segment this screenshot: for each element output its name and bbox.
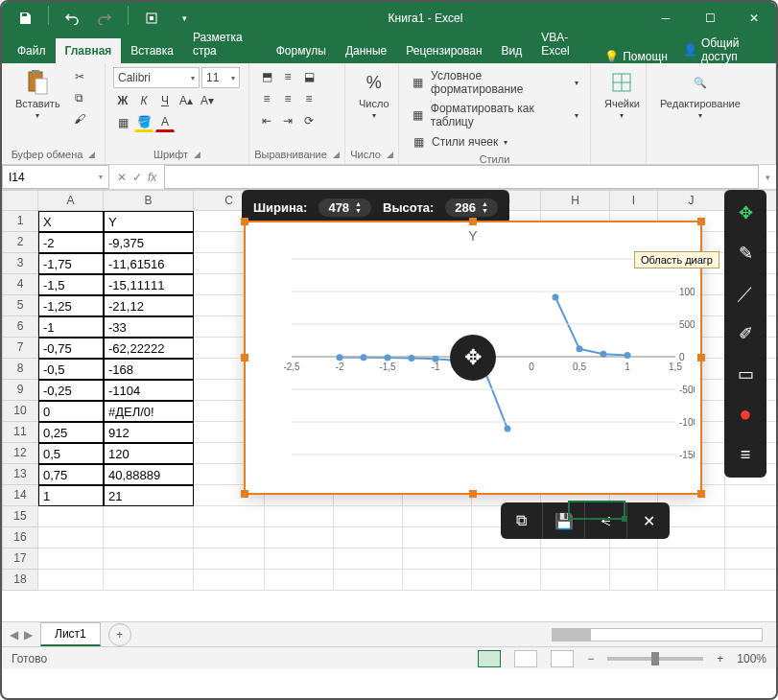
cell[interactable]: -2: [38, 232, 104, 253]
cell[interactable]: [265, 506, 334, 527]
cell[interactable]: -0,25: [38, 380, 104, 401]
zoom-slider[interactable]: [607, 657, 703, 661]
cell[interactable]: [334, 506, 403, 527]
cell[interactable]: 0: [38, 401, 104, 422]
cell[interactable]: 0,25: [38, 422, 104, 443]
orientation-icon[interactable]: ⟳: [299, 111, 318, 130]
cell[interactable]: [403, 506, 472, 527]
cell[interactable]: [265, 548, 334, 570]
dialog-launcher-icon[interactable]: ◢: [88, 150, 95, 159]
column-header[interactable]: A: [38, 190, 104, 211]
row-header[interactable]: 18: [2, 570, 38, 591]
cell[interactable]: [265, 527, 334, 548]
cell[interactable]: -1104: [104, 380, 194, 401]
row-header[interactable]: 11: [2, 422, 38, 443]
underline-button[interactable]: Ч: [155, 91, 175, 110]
cell[interactable]: [104, 548, 194, 570]
cell[interactable]: [658, 570, 725, 591]
tab-formulas[interactable]: Формулы: [267, 38, 336, 63]
cell[interactable]: [472, 570, 541, 591]
dialog-launcher-icon[interactable]: ◢: [387, 150, 393, 159]
column-header[interactable]: H: [541, 190, 610, 211]
cell[interactable]: [194, 548, 265, 570]
tab-home[interactable]: Главная: [56, 38, 122, 63]
cell[interactable]: 21: [104, 485, 194, 506]
width-value-pill[interactable]: 478▲▼: [318, 198, 371, 217]
cells-button[interactable]: Ячейки▾: [599, 67, 646, 122]
tab-review[interactable]: Рецензирован: [396, 38, 491, 63]
row-header[interactable]: 4: [2, 274, 38, 295]
cell[interactable]: 1: [38, 485, 104, 506]
column-header[interactable]: I: [610, 190, 658, 211]
cell[interactable]: 0,75: [38, 464, 104, 485]
cell[interactable]: [265, 570, 334, 591]
cell[interactable]: X: [38, 211, 104, 232]
tab-insert[interactable]: Вставка: [121, 38, 183, 63]
cell[interactable]: [725, 570, 778, 591]
maximize-button[interactable]: ☐: [688, 2, 732, 35]
cell[interactable]: -33: [104, 316, 194, 338]
close-button[interactable]: ✕: [732, 2, 776, 35]
touch-mode-icon[interactable]: [138, 6, 165, 31]
paste-button[interactable]: Вставить ▾: [10, 67, 66, 122]
marker-tool-icon[interactable]: ✐: [728, 316, 763, 351]
move-handle-icon[interactable]: ✥: [450, 335, 496, 381]
cell[interactable]: [725, 527, 778, 548]
cell[interactable]: [194, 527, 265, 548]
cell[interactable]: [658, 548, 725, 570]
fx-icon[interactable]: fx: [148, 171, 156, 184]
cell[interactable]: -1,25: [38, 295, 104, 316]
close-icon[interactable]: ✕: [627, 502, 670, 539]
cell[interactable]: -1: [38, 316, 104, 338]
cell[interactable]: 912: [104, 422, 194, 443]
number-format-button[interactable]: %Число▾: [353, 67, 395, 122]
align-right-icon[interactable]: ≡: [299, 89, 318, 108]
cell[interactable]: [541, 548, 610, 570]
align-bottom-icon[interactable]: ⬓: [299, 67, 318, 86]
cell[interactable]: -1,75: [38, 253, 104, 274]
increase-indent-icon[interactable]: ⇥: [278, 111, 297, 130]
cell[interactable]: 120: [104, 443, 194, 464]
cell[interactable]: [38, 548, 104, 570]
cell[interactable]: [472, 548, 541, 570]
tab-layout[interactable]: Разметка стра: [183, 25, 267, 63]
cell[interactable]: [541, 570, 610, 591]
tab-vba[interactable]: VBA-Excel: [531, 25, 597, 63]
increase-font-icon[interactable]: A▴: [177, 91, 196, 110]
select-all-corner[interactable]: [2, 190, 38, 211]
cancel-formula-icon[interactable]: ✕: [117, 171, 127, 184]
row-header[interactable]: 10: [2, 401, 38, 422]
sheet-tab[interactable]: Лист1: [40, 622, 101, 646]
zoom-in-button[interactable]: +: [717, 652, 723, 665]
cell[interactable]: [38, 570, 104, 591]
dialog-launcher-icon[interactable]: ◢: [333, 150, 340, 159]
cell[interactable]: [104, 570, 194, 591]
undo-icon[interactable]: [59, 6, 85, 31]
row-header[interactable]: 7: [2, 338, 38, 359]
copy-icon[interactable]: ⧉: [70, 88, 89, 107]
fill-color-button[interactable]: 🪣: [134, 113, 153, 132]
record-icon[interactable]: ●: [728, 397, 763, 432]
cell[interactable]: -0,75: [38, 338, 104, 359]
row-header[interactable]: 16: [2, 527, 38, 548]
bold-button[interactable]: Ж: [113, 91, 132, 110]
height-value-pill[interactable]: 286▲▼: [445, 198, 498, 217]
cell[interactable]: -9,375: [104, 232, 194, 253]
row-header[interactable]: 12: [2, 443, 38, 464]
formula-input[interactable]: [164, 165, 759, 189]
column-header[interactable]: B: [104, 190, 194, 211]
row-header[interactable]: 17: [2, 548, 38, 570]
page-layout-view-button[interactable]: [514, 650, 537, 667]
menu-icon[interactable]: ≡: [728, 437, 763, 472]
redo-icon[interactable]: [91, 6, 118, 31]
cell[interactable]: [403, 548, 472, 570]
conditional-formatting-button[interactable]: ▦Условное форматирование▾: [407, 67, 582, 98]
cell[interactable]: [104, 527, 194, 548]
cell[interactable]: -62,22222: [104, 338, 194, 359]
column-header[interactable]: J: [658, 190, 725, 211]
cell[interactable]: [725, 485, 778, 506]
chart-title[interactable]: Y: [246, 222, 700, 249]
row-header[interactable]: 8: [2, 359, 38, 380]
decrease-font-icon[interactable]: A▾: [198, 91, 217, 110]
add-sheet-button[interactable]: +: [108, 623, 131, 646]
